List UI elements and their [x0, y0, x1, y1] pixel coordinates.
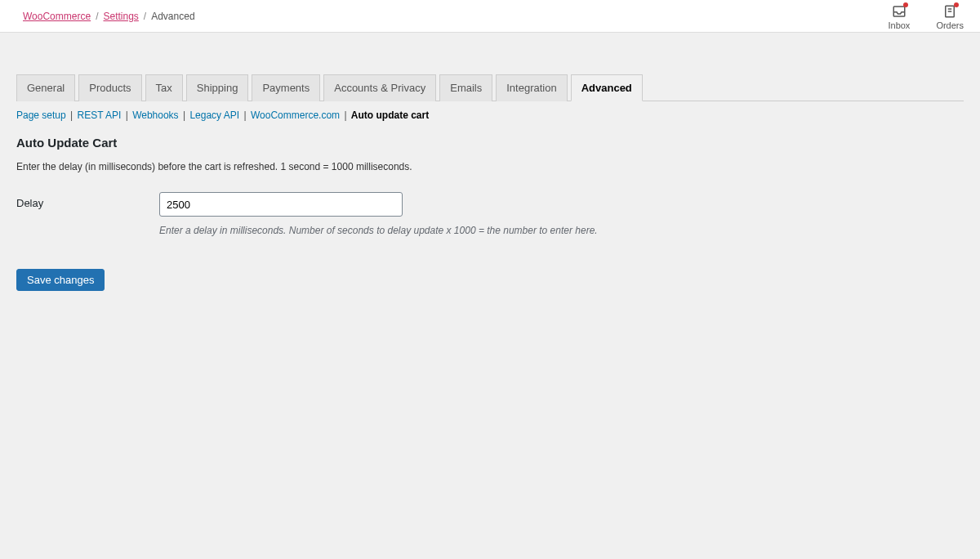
delay-help-text: Enter a delay in milliseconds. Number of…	[159, 225, 598, 236]
breadcrumb-settings[interactable]: Settings	[103, 11, 138, 22]
delay-label: Delay	[16, 192, 159, 209]
tab-advanced[interactable]: Advanced	[571, 74, 643, 101]
delay-input[interactable]	[159, 192, 403, 217]
subnav-auto-update-cart[interactable]: Auto update cart	[351, 110, 429, 121]
notification-dot	[954, 2, 959, 7]
breadcrumb-woocommerce[interactable]: WooCommerce	[23, 11, 91, 22]
breadcrumb-current: Advanced	[151, 11, 194, 22]
tab-shipping[interactable]: Shipping	[186, 74, 249, 101]
breadcrumb-sep: /	[144, 11, 146, 22]
orders-button[interactable]: Orders	[936, 4, 964, 30]
subnav-rest-api[interactable]: REST API	[78, 110, 122, 121]
section-title: Auto Update Cart	[16, 136, 964, 150]
settings-tabs: General Products Tax Shipping Payments A…	[16, 74, 964, 101]
inbox-icon	[892, 4, 906, 19]
inbox-button[interactable]: Inbox	[888, 4, 910, 30]
tab-general[interactable]: General	[16, 74, 75, 101]
tab-products[interactable]: Products	[78, 74, 141, 101]
breadcrumb-sep: /	[96, 11, 98, 22]
top-actions: Inbox Orders	[888, 2, 964, 30]
tab-emails[interactable]: Emails	[439, 74, 492, 101]
orders-icon	[942, 4, 957, 19]
advanced-subnav: Page setup | REST API | Webhooks | Legac…	[16, 110, 964, 121]
delay-field-wrap: Enter a delay in milliseconds. Number of…	[159, 192, 598, 236]
section-description: Enter the delay (in milliseconds) before…	[16, 161, 964, 172]
tab-payments[interactable]: Payments	[252, 74, 320, 101]
inbox-label: Inbox	[888, 20, 910, 30]
breadcrumbs: WooCommerce / Settings / Advanced	[23, 11, 195, 22]
form-row-delay: Delay Enter a delay in milliseconds. Num…	[16, 192, 964, 236]
orders-label: Orders	[936, 20, 964, 30]
subnav-page-setup[interactable]: Page setup	[16, 110, 66, 121]
subnav-woocommerce-com[interactable]: WooCommerce.com	[251, 110, 340, 121]
notification-dot	[903, 2, 908, 7]
tab-accounts-privacy[interactable]: Accounts & Privacy	[323, 74, 436, 101]
settings-content: General Products Tax Shipping Payments A…	[0, 33, 980, 307]
tab-tax[interactable]: Tax	[145, 74, 183, 101]
top-bar: WooCommerce / Settings / Advanced Inbox	[0, 0, 980, 33]
subnav-webhooks[interactable]: Webhooks	[132, 110, 178, 121]
tab-integration[interactable]: Integration	[496, 74, 567, 101]
save-changes-button[interactable]: Save changes	[16, 269, 105, 291]
subnav-legacy-api[interactable]: Legacy API	[189, 110, 239, 121]
